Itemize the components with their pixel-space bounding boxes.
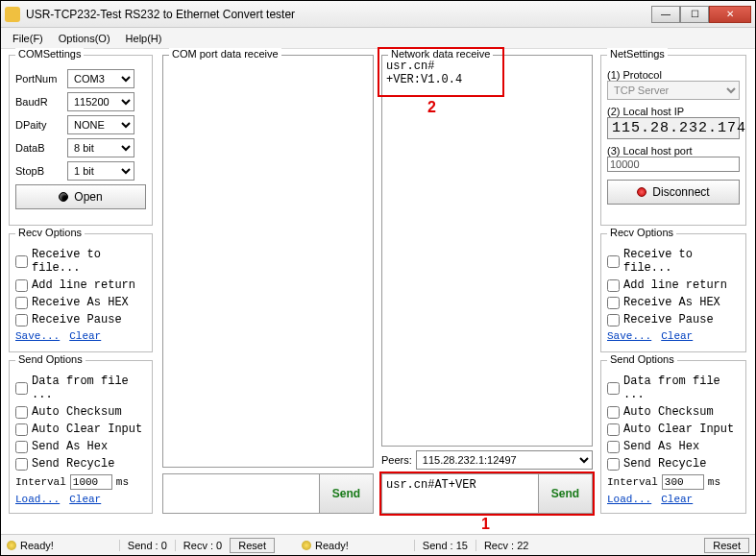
com-auto-clear-check[interactable] xyxy=(15,423,28,436)
com-send-options-group: Send Options Data from file ... Auto Che… xyxy=(9,360,153,514)
com-interval-label: Interval xyxy=(15,476,66,488)
com-send-opts-title: Send Options xyxy=(15,353,85,365)
net-auto-clear-check[interactable] xyxy=(607,423,620,436)
net-reset-button[interactable]: Reset xyxy=(704,538,749,553)
com-settings-title: COMSettings xyxy=(15,48,84,60)
net-send-hex-check[interactable] xyxy=(607,441,620,453)
proto-select: TCP Server xyxy=(607,81,740,100)
net-send-clear-link[interactable]: Clear xyxy=(661,494,693,505)
com-send-button[interactable]: Send xyxy=(320,473,374,514)
baud-select[interactable]: 115200 xyxy=(67,92,134,111)
stopb-label: StopB xyxy=(15,165,63,177)
net-send-count: Send : 15 xyxy=(423,540,468,551)
net-auto-checksum-check[interactable] xyxy=(607,406,620,419)
com-recv-title: COM port data receive xyxy=(169,48,281,60)
menubar: File(F) Options(O) Help(H) xyxy=(1,28,755,49)
com-recv-options-group: Recv Options Receive to file... Add line… xyxy=(9,233,153,352)
com-send-recycle-check[interactable] xyxy=(15,458,28,471)
baud-label: BaudR xyxy=(15,96,63,108)
peers-select[interactable]: 115.28.232.1:12497 xyxy=(416,450,593,470)
peers-label: Peers: xyxy=(381,454,412,466)
disconnect-dot-icon xyxy=(637,187,646,197)
ip-display: 115.28.232.174 xyxy=(607,117,740,139)
menu-options[interactable]: Options(O) xyxy=(51,31,118,46)
menu-file[interactable]: File(F) xyxy=(5,31,51,46)
com-interval-input[interactable] xyxy=(70,474,112,490)
disconnect-button[interactable]: Disconnect xyxy=(607,180,740,205)
com-recv-to-file-check[interactable] xyxy=(15,255,28,268)
port-input xyxy=(607,157,740,172)
open-dot-icon xyxy=(59,192,68,202)
net-recv-hex-check[interactable] xyxy=(607,297,620,309)
net-send-input[interactable]: usr.cn#AT+VER xyxy=(381,473,539,514)
net-recv-title: Network data receive xyxy=(388,48,493,60)
com-recv-clear-link[interactable]: Clear xyxy=(69,330,101,342)
parity-label: DPaity xyxy=(15,119,63,131)
minimize-button[interactable]: — xyxy=(651,6,680,23)
annotation-label-1: 1 xyxy=(481,516,490,533)
net-recv-body: usr.cn# +VER:V1.0.4 xyxy=(382,56,592,90)
net-send-recycle-check[interactable] xyxy=(607,458,620,471)
net-recv-to-file-check[interactable] xyxy=(607,255,620,268)
parity-select[interactable]: NONE xyxy=(67,115,134,134)
net-settings-group: NetSettings (1) Protocol TCP Server (2) … xyxy=(600,55,746,226)
com-add-line-check[interactable] xyxy=(15,279,28,292)
com-data-from-file-check[interactable] xyxy=(15,382,28,395)
net-send-opts-title: Send Options xyxy=(607,353,677,365)
com-auto-checksum-check[interactable] xyxy=(15,406,28,419)
menu-help[interactable]: Help(H) xyxy=(118,31,170,46)
com-send-count: Send : 0 xyxy=(128,540,167,551)
com-recv-count: Recv : 0 xyxy=(183,540,222,551)
app-icon xyxy=(5,7,20,22)
com-recv-opts-title: Recv Options xyxy=(15,227,85,238)
com-settings-group: COMSettings PortNumCOM3 BaudR115200 DPai… xyxy=(9,55,153,226)
com-send-input[interactable] xyxy=(162,473,320,514)
com-send-hex-check[interactable] xyxy=(15,441,28,453)
net-interval-label: Interval xyxy=(607,476,658,488)
statusbar: Ready! Send : 0 Recv : 0 Reset Ready! Se… xyxy=(1,534,755,555)
net-recv-pause-check[interactable] xyxy=(607,314,620,326)
peers-row: Peers: 115.28.232.1:12497 xyxy=(381,450,593,470)
stopb-select[interactable]: 1 bit xyxy=(67,161,134,181)
net-receive-box: Network data receive usr.cn# +VER:V1.0.4 xyxy=(381,55,593,447)
net-interval-input[interactable] xyxy=(662,474,704,490)
net-recv-save-link[interactable]: Save... xyxy=(607,330,651,342)
com-recv-save-link[interactable]: Save... xyxy=(15,330,60,342)
com-send-clear-link[interactable]: Clear xyxy=(69,494,101,505)
net-recv-count: Recv : 22 xyxy=(484,540,528,551)
net-send-options-group: Send Options Data from file ... Auto Che… xyxy=(600,360,746,514)
com-reset-button[interactable]: Reset xyxy=(230,538,275,553)
close-button[interactable]: ✕ xyxy=(709,6,751,23)
net-send-button[interactable]: Send xyxy=(539,473,593,514)
datab-label: DataB xyxy=(15,142,63,154)
net-send-area: usr.cn#AT+VER Send xyxy=(381,473,593,514)
net-send-load-link[interactable]: Load... xyxy=(607,494,651,505)
net-ready-label: Ready! xyxy=(315,540,349,551)
ip-label: (2) Local host IP xyxy=(607,106,740,117)
com-recv-pause-check[interactable] xyxy=(15,314,28,326)
window-title: USR-TCP232-Test RS232 to Ethernet Conver… xyxy=(26,8,651,21)
net-recv-clear-link[interactable]: Clear xyxy=(661,330,693,342)
datab-select[interactable]: 8 bit xyxy=(67,138,134,157)
com-send-load-link[interactable]: Load... xyxy=(15,494,60,505)
net-recv-options-group: Recv Options Receive to file... Add line… xyxy=(600,233,746,352)
com-ready-label: Ready! xyxy=(20,540,54,551)
net-data-from-file-check[interactable] xyxy=(607,382,620,395)
com-receive-box: COM port data receive xyxy=(162,55,374,468)
open-button[interactable]: Open xyxy=(15,184,146,209)
bulb-icon xyxy=(7,541,16,550)
portnum-label: PortNum xyxy=(15,73,63,85)
portnum-select[interactable]: COM3 xyxy=(67,69,134,88)
net-settings-title: NetSettings xyxy=(607,48,668,60)
proto-label: (1) Protocol xyxy=(607,69,740,81)
titlebar: USR-TCP232-Test RS232 to Ethernet Conver… xyxy=(1,1,755,28)
com-recv-hex-check[interactable] xyxy=(15,297,28,309)
maximize-button[interactable]: ☐ xyxy=(680,6,709,23)
bulb-icon-2 xyxy=(302,541,311,550)
net-recv-opts-title: Recv Options xyxy=(607,227,676,238)
net-add-line-check[interactable] xyxy=(607,279,620,292)
port-label: (3) Local host port xyxy=(607,145,740,157)
com-send-area: Send xyxy=(162,473,374,514)
